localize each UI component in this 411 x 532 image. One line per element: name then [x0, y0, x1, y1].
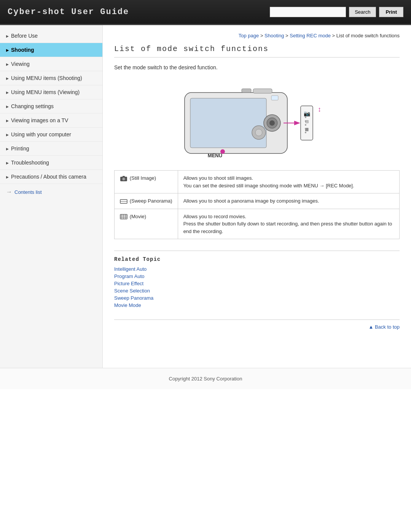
svg-point-20 — [305, 132, 306, 133]
svg-point-27 — [123, 178, 125, 180]
breadcrumb-top[interactable]: Top page — [239, 33, 259, 38]
camera-diagram: MENU 📷 ⊟ ▦ ↕ — [114, 77, 400, 161]
copyright-text: Copyright 2012 Sony Corporation — [169, 376, 242, 382]
svg-point-21 — [220, 149, 225, 154]
arrow-icon — [6, 48, 9, 52]
page-title: List of mode switch functions — [114, 45, 400, 58]
header: Cyber-shot User Guide Search Print — [0, 0, 411, 25]
arrow-icon — [6, 62, 9, 66]
svg-point-19 — [305, 128, 306, 129]
mode-sweep-desc: Allows you to shoot a panorama image by … — [178, 193, 399, 209]
svg-text:MENU: MENU — [208, 153, 222, 158]
related-link-picture-effect[interactable]: Picture Effect — [114, 281, 400, 286]
sidebar-item-viewing[interactable]: Viewing — [0, 57, 102, 71]
sidebar-item-before-use[interactable]: Before Use — [0, 29, 102, 43]
svg-point-17 — [305, 120, 306, 122]
breadcrumb-current: List of mode switch functions — [336, 33, 400, 38]
mode-icon-sweep: (Sweep Panorama) — [115, 193, 178, 209]
svg-text:📷: 📷 — [304, 110, 311, 117]
breadcrumb-shooting[interactable]: Shooting — [264, 33, 284, 38]
arrow-icon — [6, 90, 9, 94]
search-input[interactable] — [270, 7, 346, 17]
svg-text:↕: ↕ — [318, 105, 321, 113]
breadcrumb-setting-rec[interactable]: Setting REC mode — [290, 33, 331, 38]
svg-point-23 — [255, 129, 262, 136]
svg-point-16 — [305, 117, 306, 118]
contents-list-link[interactable]: → Contents list — [0, 184, 102, 200]
mode-icon-movie: (Movie) — [115, 209, 178, 239]
related-topic-section: Related Topic Intelligent Auto Program A… — [114, 251, 400, 308]
related-link-program-auto[interactable]: Program Auto — [114, 273, 400, 279]
header-controls: Search Print — [270, 7, 403, 17]
table-row: (Sweep Panorama) Allows you to shoot a p… — [115, 193, 400, 209]
back-to-top: ▲ Back to top — [114, 320, 400, 330]
arrow-icon — [6, 76, 9, 80]
search-button[interactable]: Search — [349, 7, 376, 17]
content-area: Top page > Shooting > Setting REC mode >… — [103, 25, 411, 368]
svg-rect-7 — [271, 96, 278, 100]
related-topic-title: Related Topic — [114, 256, 400, 262]
arrow-icon — [6, 147, 9, 151]
sidebar-item-troubleshooting[interactable]: Troubleshooting — [0, 156, 102, 170]
svg-rect-25 — [123, 176, 125, 177]
svg-rect-3 — [242, 89, 251, 93]
still-image-icon — [120, 176, 127, 182]
related-link-scene-selection[interactable]: Scene Selection — [114, 288, 400, 294]
mode-table: (Still Image) Allows you to shoot still … — [114, 170, 400, 239]
related-link-intelligent-auto[interactable]: Intelligent Auto — [114, 266, 400, 272]
site-title: Cyber-shot User Guide — [8, 7, 129, 17]
table-row: (Still Image) Allows you to shoot still … — [115, 171, 400, 193]
sidebar-item-precautions[interactable]: Precautions / About this camera — [0, 170, 102, 184]
mode-still-desc: Allows you to shoot still images. You ca… — [178, 171, 399, 193]
sidebar: Before Use Shooting Viewing Using MENU i… — [0, 25, 103, 368]
arrow-icon — [6, 34, 9, 38]
arrow-icon — [6, 175, 9, 179]
table-row: (Movie) Allows you to record movies. Pre… — [115, 209, 400, 239]
arrow-icon — [6, 161, 9, 165]
movie-icon — [120, 214, 127, 220]
camera-svg: MENU 📷 ⊟ ▦ ↕ — [177, 77, 337, 161]
svg-rect-1 — [190, 98, 266, 148]
mode-movie-desc: Allows you to record movies. Press the s… — [178, 209, 399, 239]
footer: Copyright 2012 Sony Corporation — [0, 368, 411, 389]
svg-rect-2 — [253, 89, 272, 93]
sidebar-item-viewing-tv[interactable]: Viewing images on a TV — [0, 113, 102, 128]
print-button[interactable]: Print — [379, 7, 403, 17]
related-link-movie-mode[interactable]: Movie Mode — [114, 302, 400, 308]
back-to-top-link[interactable]: ▲ Back to top — [368, 324, 400, 330]
main-layout: Before Use Shooting Viewing Using MENU i… — [0, 25, 411, 368]
sidebar-item-printing[interactable]: Printing — [0, 142, 102, 156]
arrow-icon — [6, 118, 9, 123]
sidebar-item-shooting[interactable]: Shooting — [0, 43, 102, 57]
related-link-sweep-panorama[interactable]: Sweep Panorama — [114, 295, 400, 301]
sweep-panorama-icon — [120, 199, 127, 204]
sidebar-item-changing-settings[interactable]: Changing settings — [0, 99, 102, 113]
sidebar-item-computer[interactable]: Using with your computer — [0, 128, 102, 142]
sidebar-item-menu-shooting[interactable]: Using MENU items (Shooting) — [0, 71, 102, 85]
svg-point-18 — [305, 124, 306, 126]
sidebar-item-menu-viewing[interactable]: Using MENU items (Viewing) — [0, 85, 102, 99]
svg-point-6 — [269, 120, 275, 126]
intro-text: Set the mode switch to the desired funct… — [114, 64, 400, 70]
mode-icon-still: (Still Image) — [115, 171, 178, 193]
arrow-icon — [6, 133, 9, 137]
breadcrumb: Top page > Shooting > Setting REC mode >… — [114, 29, 400, 45]
arrow-icon — [6, 104, 9, 109]
